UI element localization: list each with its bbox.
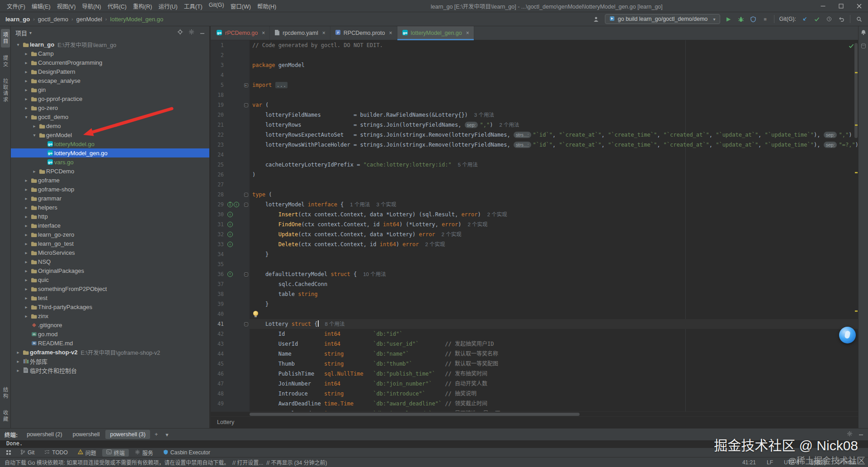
tree-item-somethingfromp2pobject[interactable]: ▸somethingFromP2PObject [11, 284, 209, 293]
tree-item-learn-go-test[interactable]: ▸learn_go_test [11, 239, 209, 248]
horizontal-scrollbar-thumb[interactable] [250, 413, 580, 416]
code-text[interactable]: defaultLotteryModel struct {10 个用法 [250, 269, 858, 279]
error-stripe-mark[interactable] [855, 124, 858, 126]
code-text[interactable]: Delete(ctx context.Context, id int64) er… [250, 239, 858, 249]
open-settings-link[interactable]: // 打开设置... [232, 458, 263, 466]
code-text[interactable]: lotteryRowsWithPlaceHolder = strings.Joi… [250, 140, 858, 150]
tree-item-lotterymodel-go[interactable]: golotteryModel.go [11, 139, 209, 148]
gutter[interactable]: 20 [211, 110, 250, 120]
editor-tab-lotterymodel-gen-go[interactable]: golotteryModel_gen.go× [397, 26, 474, 40]
code-text[interactable]: lotteryRows = strings.Join(lotteryFieldN… [250, 120, 858, 130]
rollback-button[interactable] [838, 16, 845, 22]
chevron-icon[interactable]: ▸ [23, 78, 30, 83]
tree-item-microservices[interactable]: ▸MicroServices [11, 248, 209, 257]
chevron-down-icon[interactable]: ▾ [162, 431, 171, 438]
close-tab-icon[interactable]: × [389, 30, 392, 36]
tool-window-button-服务[interactable]: 服务 [131, 449, 157, 457]
tree-item-goframe-shop-v2[interactable]: ▸goframe-shop-v2E:\开发中项目\goframe-shop-v2 [11, 348, 209, 357]
chevron-icon[interactable]: ▸ [23, 96, 30, 101]
tool-windows-grid-icon[interactable] [3, 450, 14, 455]
chevron-icon[interactable]: ▸ [23, 60, 30, 65]
implementations-icon[interactable]: ↓ [227, 212, 233, 217]
tree-item-rpcdemo[interactable]: ▸RPCDemo [11, 167, 209, 176]
hide-panel-icon[interactable] [200, 29, 205, 36]
gutter[interactable]: 30↓ [211, 210, 250, 219]
gutter[interactable]: 34 [211, 249, 250, 259]
tree-item-vars-go[interactable]: govars.go [11, 157, 209, 167]
breadcrumb-item-goctl-demo[interactable]: goctl_demo [38, 16, 68, 23]
implementations-icon[interactable]: ↓ [234, 202, 239, 207]
gutter[interactable]: 24 [211, 150, 250, 160]
chevron-icon[interactable]: ▸ [23, 259, 30, 264]
tree-item-quic[interactable]: ▸quic [11, 275, 209, 284]
code-text[interactable]: lotteryModel interface {1 个用法3 个实现 [250, 200, 858, 210]
fold-marker[interactable]: - [244, 322, 248, 326]
gutter[interactable]: 33↓ [211, 239, 250, 249]
tool-window-button-项目[interactable]: 项目 [1, 29, 10, 48]
coverage-button[interactable] [750, 16, 757, 22]
breadcrumb-item-genmodel[interactable]: genModel [76, 16, 102, 23]
code-text[interactable] [250, 70, 858, 80]
chevron-icon[interactable]: ▸ [23, 250, 30, 255]
chevron-icon[interactable]: ▸ [23, 187, 30, 192]
error-stripe-mark[interactable] [855, 310, 858, 312]
tree-item-escape-analyse[interactable]: ▸escape_analyse [11, 76, 209, 85]
chevron-icon[interactable]: ▸ [23, 305, 30, 310]
implements-icon[interactable]: ↑ [227, 272, 233, 277]
code-text[interactable]: AwardDeadline time.Time `db:"award_deadl… [250, 399, 858, 409]
notifications-bell-icon[interactable] [861, 29, 866, 37]
gutter[interactable]: 22 [211, 130, 250, 140]
search-everywhere-icon[interactable] [855, 16, 863, 22]
menu-窗口-w[interactable]: 窗口(W) [227, 0, 254, 12]
chevron-icon[interactable]: ▸ [23, 314, 30, 319]
close-button[interactable] [850, 0, 868, 12]
tree-item-nsq[interactable]: ▸NSQ [11, 257, 209, 266]
tree-item-originalpackages[interactable]: ▸OriginalPackages [11, 266, 209, 275]
gutter[interactable]: 44 [211, 349, 250, 359]
chevron-icon[interactable]: ▾ [23, 114, 30, 119]
menu-帮助-h[interactable]: 帮助(H) [254, 0, 279, 12]
code-text[interactable]: Introduce string `db:"introduce"` // 抽奖说… [250, 389, 858, 399]
fold-marker[interactable]: + [244, 83, 248, 87]
tree-item-goframe-shop[interactable]: ▸goframe-shop [11, 185, 209, 194]
code-text[interactable]: var ( [250, 100, 858, 110]
gutter[interactable]: 36↑- [211, 269, 250, 279]
tool-window-button-问题[interactable]: 问题 [74, 449, 100, 457]
chevron-icon[interactable]: ▸ [14, 359, 22, 364]
menu-编辑-e[interactable]: 编辑(E) [28, 0, 54, 12]
fold-marker[interactable]: - [244, 193, 248, 197]
minimize-button[interactable] [814, 0, 832, 12]
close-tab-icon[interactable]: × [466, 30, 469, 36]
commit-button[interactable] [813, 17, 821, 22]
code-text[interactable]: cacheLotteryLotteryIdPrefix = "cache:lot… [250, 160, 858, 170]
intention-bulb-icon[interactable] [253, 311, 258, 316]
chevron-icon[interactable]: ▸ [23, 268, 30, 273]
gutter[interactable]: 45 [211, 359, 250, 369]
chevron-icon[interactable]: ▸ [23, 205, 30, 210]
code-text[interactable]: // Code generated by goctl. DO NOT EDIT. [250, 40, 858, 50]
chevron-icon[interactable]: ▸ [23, 277, 30, 282]
fold-marker[interactable]: - [244, 203, 248, 207]
editor-tab-rpcdemo-yaml[interactable]: rpcdemo.yaml× [270, 26, 330, 40]
tree-item-gitignore[interactable]: .gitignore [11, 320, 209, 329]
tool-window-button-todo[interactable]: TODO [40, 449, 71, 457]
code-text[interactable]: Insert(ctx context.Context, data *Lotter… [250, 210, 858, 219]
gutter[interactable]: 38 [211, 289, 250, 299]
breadcrumb-item-lotterymodel-gen-go[interactable]: lotteryModel_gen.go [110, 16, 164, 23]
terminal-tab-powershell[interactable]: powershell [68, 430, 104, 439]
new-terminal-icon[interactable]: + [151, 431, 161, 438]
interface-icon[interactable]: I [227, 202, 233, 207]
gutter[interactable]: 29I↓- [211, 200, 250, 210]
tree-item-helpers[interactable]: ▸helpers [11, 203, 209, 212]
menu-重构-r[interactable]: 重构(R) [130, 0, 155, 12]
implementations-icon[interactable]: ↓ [227, 242, 233, 247]
gutter[interactable]: 5+ [211, 80, 250, 90]
terminal-tab-powershell-3[interactable]: powershell (3) [105, 430, 150, 439]
menu-git-g[interactable]: Git(G) [206, 0, 227, 12]
tree-item-camp[interactable]: ▸Camp [11, 49, 209, 58]
chevron-icon[interactable]: ▸ [23, 178, 30, 183]
menu-代码-c[interactable]: 代码(C) [104, 0, 130, 12]
tool-window-button-提交[interactable]: 提交 [1, 52, 10, 71]
menu-运行-u[interactable]: 运行(U) [155, 0, 180, 12]
gutter[interactable]: 26 [211, 170, 250, 180]
